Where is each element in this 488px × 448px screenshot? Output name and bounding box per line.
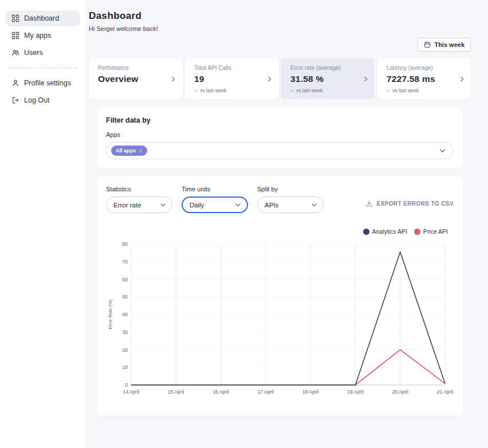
chip-close-icon[interactable] bbox=[139, 149, 143, 153]
sidebar-item-label: Dashboard bbox=[24, 14, 59, 22]
stat-cards-row: Perfomance Overview Total API Calls 19 v… bbox=[89, 58, 471, 99]
stat-card-value: 7227.58 ms bbox=[387, 74, 456, 84]
stat-card-trend-label: vs last week bbox=[296, 88, 322, 93]
download-icon bbox=[365, 200, 373, 207]
chevron-down-icon bbox=[160, 202, 166, 208]
sidebar-item-label: Profile settings bbox=[24, 79, 71, 87]
svg-text:20 April: 20 April bbox=[392, 389, 408, 395]
chevron-down-icon bbox=[235, 202, 241, 208]
chart-controls: Statistics Error rate Time units Daily bbox=[106, 186, 454, 213]
profile-icon bbox=[11, 79, 19, 87]
export-csv-button[interactable]: EXPORT ERRORS TO CSV bbox=[365, 200, 454, 207]
sidebar-divider bbox=[8, 68, 78, 68]
chart-legend: Analytics API Price API bbox=[106, 228, 448, 235]
chevron-right-icon bbox=[170, 76, 176, 82]
split-by-select-value: APIs bbox=[265, 202, 278, 209]
split-by-label: Split by bbox=[257, 186, 324, 192]
sidebar-item-my-apps[interactable]: My apps bbox=[6, 27, 80, 44]
chevron-right-icon bbox=[363, 76, 369, 82]
time-units-label: Time units bbox=[182, 186, 248, 192]
stat-card-total-api-calls[interactable]: Total API Calls 19 vs last week bbox=[185, 58, 278, 99]
welcome-message: Hi Sergei welcome back! bbox=[89, 25, 471, 32]
legend-dot bbox=[414, 229, 420, 235]
period-selector-button[interactable]: This week bbox=[418, 38, 471, 52]
svg-text:70: 70 bbox=[123, 259, 128, 265]
svg-text:21 April: 21 April bbox=[437, 389, 453, 395]
dashboard-grid-icon bbox=[11, 14, 19, 22]
svg-text:20: 20 bbox=[123, 347, 128, 353]
chevron-up-icon bbox=[194, 89, 198, 93]
period-selector-label: This week bbox=[434, 41, 465, 48]
apps-filter-input[interactable]: All apps bbox=[106, 142, 454, 159]
legend-label: Analytics API bbox=[372, 228, 407, 235]
legend-item-analytics-api: Analytics API bbox=[363, 228, 407, 235]
stat-card-performance[interactable]: Perfomance Overview bbox=[89, 58, 182, 99]
stat-card-value: 31.58 % bbox=[290, 74, 360, 84]
chevron-down-icon bbox=[311, 202, 317, 208]
chevron-down-icon[interactable] bbox=[439, 147, 446, 155]
filter-panel: Filter data by Apps All apps bbox=[97, 107, 463, 168]
sidebar-item-profile-settings[interactable]: Profile settings bbox=[6, 75, 80, 91]
chevron-right-icon bbox=[459, 76, 465, 82]
svg-text:17 April: 17 April bbox=[258, 389, 274, 395]
error-rate-chart: 14 April15 April16 April17 April18 April… bbox=[106, 237, 454, 407]
svg-text:18 April: 18 April bbox=[302, 389, 318, 395]
filter-panel-title: Filter data by bbox=[106, 116, 454, 124]
sidebar-item-label: Users bbox=[24, 49, 43, 57]
svg-text:30: 30 bbox=[123, 329, 128, 335]
svg-text:14 April: 14 April bbox=[123, 389, 139, 395]
chevron-right-icon bbox=[266, 76, 273, 82]
logout-icon bbox=[11, 96, 19, 104]
calendar-icon bbox=[424, 41, 431, 48]
stat-card-value: 19 bbox=[194, 74, 263, 84]
svg-text:16 April: 16 April bbox=[212, 389, 229, 395]
svg-text:60: 60 bbox=[123, 277, 128, 282]
sidebar-item-log-out[interactable]: Log Out bbox=[6, 92, 80, 108]
svg-text:Error Rate (%): Error Rate (%) bbox=[108, 300, 113, 329]
stat-card-trend: vs last week bbox=[387, 88, 456, 93]
svg-text:40: 40 bbox=[123, 312, 128, 317]
chip-label: All apps bbox=[116, 148, 136, 154]
svg-text:15 April: 15 April bbox=[168, 389, 184, 395]
stat-card-label: Error rate (average) bbox=[290, 65, 360, 71]
stat-card-latency[interactable]: Latency (average) 7227.58 ms vs last wee… bbox=[377, 58, 471, 99]
all-apps-chip[interactable]: All apps bbox=[111, 146, 147, 156]
stat-card-value: Overview bbox=[98, 74, 167, 84]
chevron-up-icon bbox=[387, 89, 391, 93]
stat-card-trend-label: vs last week bbox=[200, 88, 226, 93]
stat-card-trend: vs last week bbox=[290, 88, 360, 93]
chevron-up-icon bbox=[290, 89, 294, 93]
svg-text:10: 10 bbox=[123, 364, 128, 370]
svg-text:50: 50 bbox=[123, 294, 128, 300]
stat-card-label: Perfomance bbox=[98, 65, 167, 71]
statistics-select-value: Error rate bbox=[113, 202, 141, 209]
export-csv-label: EXPORT ERRORS TO CSV bbox=[376, 201, 454, 207]
legend-dot bbox=[363, 229, 369, 235]
page-title: Dashboard bbox=[89, 10, 471, 22]
stat-card-error-rate[interactable]: Error rate (average) 31.58 % vs last wee… bbox=[281, 58, 375, 99]
statistics-label: Statistics bbox=[106, 186, 172, 192]
users-icon bbox=[11, 49, 19, 57]
svg-text:0: 0 bbox=[125, 382, 128, 388]
statistics-select[interactable]: Error rate bbox=[106, 197, 172, 213]
svg-text:19 April: 19 April bbox=[347, 389, 363, 395]
apps-field-label: Apps bbox=[106, 131, 454, 138]
stat-card-trend: vs last week bbox=[194, 88, 263, 93]
svg-text:80: 80 bbox=[123, 241, 128, 247]
chart-panel: Statistics Error rate Time units Daily bbox=[97, 176, 463, 416]
stat-card-trend-label: vs last week bbox=[392, 88, 419, 93]
stat-card-label: Total API Calls bbox=[194, 65, 263, 71]
sidebar-item-label: My apps bbox=[24, 32, 51, 40]
sidebar-item-users[interactable]: Users bbox=[6, 45, 80, 61]
sidebar-item-dashboard[interactable]: Dashboard bbox=[6, 10, 80, 26]
sidebar-item-label: Log Out bbox=[24, 96, 49, 104]
time-units-select[interactable]: Daily bbox=[182, 197, 248, 213]
legend-item-price-api: Price API bbox=[414, 228, 448, 235]
sidebar: Dashboard My apps Users Profile settings bbox=[0, 0, 86, 448]
main-content: Dashboard Hi Sergei welcome back! This w… bbox=[86, 0, 488, 448]
apps-grid-icon bbox=[11, 32, 19, 40]
stat-card-label: Latency (average) bbox=[387, 65, 456, 71]
time-units-select-value: Daily bbox=[190, 202, 204, 209]
split-by-select[interactable]: APIs bbox=[257, 197, 324, 213]
legend-label: Price API bbox=[423, 228, 448, 235]
